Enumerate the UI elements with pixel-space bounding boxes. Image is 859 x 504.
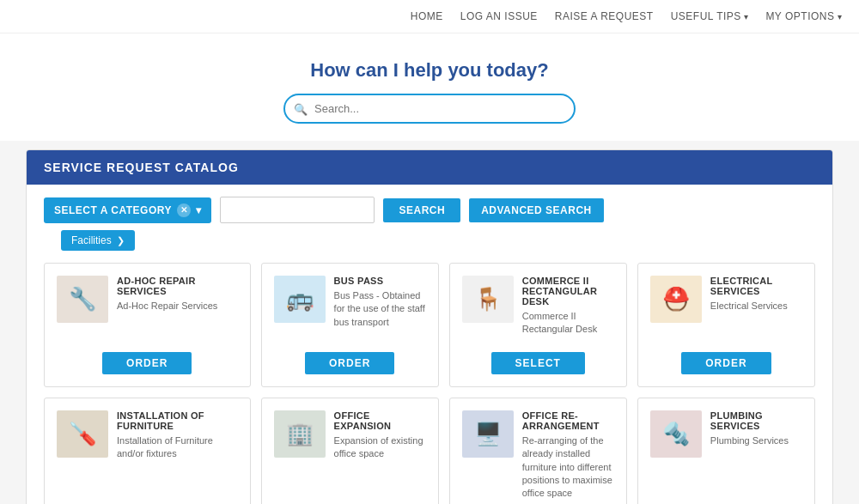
filter-text-input[interactable] bbox=[220, 197, 375, 223]
card-desc: Bus Pass - Obtained for the use of the s… bbox=[334, 289, 426, 329]
nav-raise-request[interactable]: RAISE A REQUEST bbox=[555, 10, 654, 22]
catalog-card-office-rearrangement: 🖥️ OFFICE RE-ARRANGEMENT Re-arranging of… bbox=[449, 398, 627, 504]
card-action-button[interactable]: ORDER bbox=[681, 352, 771, 374]
card-desc: Expansion of existing office space bbox=[334, 434, 426, 461]
catalog-card-office-expansion: 🏢 OFFICE EXPANSION Expansion of existing… bbox=[261, 398, 439, 504]
nav-bar: HOME LOG AN ISSUE RAISE A REQUEST USEFUL… bbox=[0, 0, 859, 33]
clear-category-icon[interactable]: ✕ bbox=[177, 203, 191, 217]
card-image: 🪑 bbox=[462, 276, 514, 323]
card-top: ⛑️ ELECTRICAL SERVICES Electrical Servic… bbox=[650, 276, 802, 323]
card-desc: Ad-Hoc Repair Services bbox=[117, 300, 238, 313]
card-image: 🔩 bbox=[650, 410, 702, 458]
catalog-header: SERVICE REQUEST CATALOG bbox=[27, 150, 832, 185]
filter-bar: SELECT A CATEGORY ✕ ▾ SEARCH ADVANCED SE… bbox=[27, 185, 832, 223]
card-title: OFFICE RE-ARRANGEMENT bbox=[522, 410, 614, 431]
catalog-card-adhoc: 🔧 AD-HOC REPAIR SERVICES Ad-Hoc Repair S… bbox=[44, 263, 251, 387]
chevron-down-icon: ▾ bbox=[196, 204, 202, 216]
catalog-card-plumbing: 🔩 PLUMBING SERVICES Plumbing Services OR… bbox=[637, 398, 815, 504]
catalog-card-commerce-desk: 🪑 COMMERCE II RECTANGULAR DESK Commerce … bbox=[449, 263, 627, 387]
card-action-button[interactable]: ORDER bbox=[102, 352, 192, 374]
card-top: 🏢 OFFICE EXPANSION Expansion of existing… bbox=[274, 410, 426, 461]
catalog-card-electrical: ⛑️ ELECTRICAL SERVICES Electrical Servic… bbox=[637, 263, 815, 387]
card-text: COMMERCE II RECTANGULAR DESK Commerce II… bbox=[522, 276, 614, 337]
card-text: OFFICE EXPANSION Expansion of existing o… bbox=[334, 410, 426, 461]
card-desc: Installation of Furniture and/or fixture… bbox=[117, 434, 238, 461]
card-image: 🖥️ bbox=[462, 410, 514, 458]
card-top: 🪑 COMMERCE II RECTANGULAR DESK Commerce … bbox=[462, 276, 614, 337]
catalog-card-installation: 🪛 INSTALLATION OF FURNITURE Installation… bbox=[44, 398, 251, 504]
card-btn-wrap: ORDER bbox=[57, 343, 238, 374]
card-title: INSTALLATION OF FURNITURE bbox=[117, 410, 238, 431]
card-text: AD-HOC REPAIR SERVICES Ad-Hoc Repair Ser… bbox=[117, 276, 238, 313]
card-text: PLUMBING SERVICES Plumbing Services bbox=[710, 410, 802, 447]
card-title: PLUMBING SERVICES bbox=[710, 410, 802, 431]
card-desc: Plumbing Services bbox=[710, 434, 802, 447]
card-action-button[interactable]: SELECT bbox=[491, 352, 585, 374]
catalog-card-buspass: 🚌 BUS PASS Bus Pass - Obtained for the u… bbox=[261, 263, 439, 387]
chevron-down-icon: ▾ bbox=[838, 12, 843, 21]
card-desc: Electrical Services bbox=[710, 300, 802, 313]
card-top: 🪛 INSTALLATION OF FURNITURE Installation… bbox=[57, 410, 238, 461]
card-text: BUS PASS Bus Pass - Obtained for the use… bbox=[334, 276, 426, 329]
nav-home[interactable]: HOME bbox=[411, 10, 443, 22]
card-top: 🖥️ OFFICE RE-ARRANGEMENT Re-arranging of… bbox=[462, 410, 614, 501]
card-title: BUS PASS bbox=[334, 276, 426, 286]
facilities-tag[interactable]: Facilities ❯ bbox=[61, 230, 135, 251]
facilities-arrow-icon: ❯ bbox=[117, 235, 125, 246]
advanced-search-button[interactable]: ADVANCED SEARCH bbox=[469, 198, 604, 222]
card-text: ELECTRICAL SERVICES Electrical Services bbox=[710, 276, 802, 313]
chevron-down-icon: ▾ bbox=[744, 12, 749, 21]
card-image: 🪛 bbox=[57, 410, 108, 458]
card-title: AD-HOC REPAIR SERVICES bbox=[117, 276, 238, 296]
card-btn-wrap: SELECT bbox=[462, 343, 614, 374]
nav-log-issue[interactable]: LOG AN ISSUE bbox=[460, 10, 538, 22]
card-title: OFFICE EXPANSION bbox=[334, 410, 426, 431]
card-text: OFFICE RE-ARRANGEMENT Re-arranging of th… bbox=[522, 410, 614, 501]
card-btn-wrap: ORDER bbox=[650, 343, 802, 374]
search-icon: 🔍 bbox=[294, 102, 308, 115]
card-desc: Commerce II Rectangular Desk bbox=[522, 310, 614, 337]
hero-section: How can I help you today? 🔍 bbox=[0, 33, 859, 141]
hero-search-input[interactable] bbox=[283, 94, 576, 124]
card-image: 🏢 bbox=[274, 410, 326, 458]
search-button[interactable]: SEARCH bbox=[383, 198, 460, 222]
card-image: ⛑️ bbox=[650, 276, 702, 323]
select-category-button[interactable]: SELECT A CATEGORY ✕ ▾ bbox=[44, 197, 211, 223]
service-catalog: SERVICE REQUEST CATALOG SELECT A CATEGOR… bbox=[26, 149, 833, 504]
card-desc: Re-arranging of the already installed fu… bbox=[522, 434, 614, 501]
card-top: 🔩 PLUMBING SERVICES Plumbing Services bbox=[650, 410, 802, 458]
card-title: COMMERCE II RECTANGULAR DESK bbox=[522, 276, 614, 307]
card-top: 🚌 BUS PASS Bus Pass - Obtained for the u… bbox=[274, 276, 426, 329]
hero-title: How can I help you today? bbox=[17, 59, 842, 82]
card-top: 🔧 AD-HOC REPAIR SERVICES Ad-Hoc Repair S… bbox=[57, 276, 238, 323]
nav-my-options[interactable]: MY OPTIONS ▾ bbox=[765, 10, 842, 22]
card-title: ELECTRICAL SERVICES bbox=[710, 276, 802, 296]
hero-search-wrap: 🔍 bbox=[283, 94, 576, 124]
card-image: 🚌 bbox=[274, 276, 326, 323]
card-text: INSTALLATION OF FURNITURE Installation o… bbox=[117, 410, 238, 461]
nav-useful-tips[interactable]: USEFUL TIPS ▾ bbox=[671, 10, 749, 22]
catalog-grid: 🔧 AD-HOC REPAIR SERVICES Ad-Hoc Repair S… bbox=[27, 258, 832, 504]
card-action-button[interactable]: ORDER bbox=[305, 352, 394, 374]
card-image: 🔧 bbox=[57, 276, 108, 323]
card-btn-wrap: ORDER bbox=[274, 343, 426, 374]
